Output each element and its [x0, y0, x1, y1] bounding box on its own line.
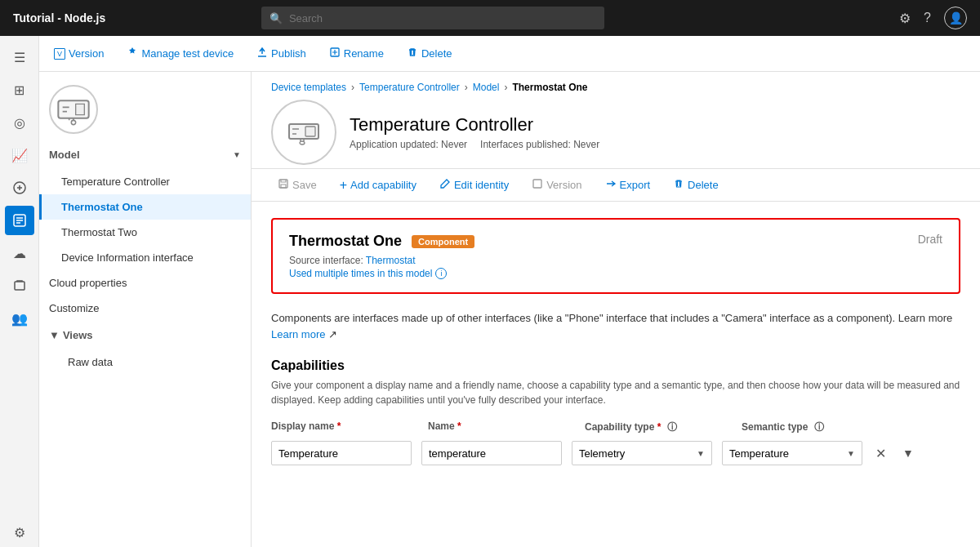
save-icon — [278, 178, 289, 192]
capability-row: Telemetry ▼ Temperature ▼ ✕ ▼ — [271, 441, 960, 465]
sidebar-item-temperature-controller[interactable]: Temperature Controller — [39, 169, 251, 194]
capabilities-section: Capabilities Give your component a displ… — [271, 358, 960, 465]
search-input[interactable] — [289, 12, 596, 24]
topbar-icons: ⚙ ? 👤 — [899, 7, 967, 29]
sidebar: Model ▼ Temperature Controller Thermosta… — [39, 72, 252, 547]
settings-icon[interactable]: ⚙ — [899, 11, 911, 26]
capabilities-title: Capabilities — [271, 358, 960, 373]
semantic-type-value: Temperature — [729, 447, 789, 460]
breadcrumb-controller[interactable]: Temperature Controller — [359, 82, 460, 93]
breadcrumb-sep2: › — [465, 82, 468, 93]
sidebar-item-thermostat-one[interactable]: Thermostat One — [39, 194, 251, 220]
required-name: * — [457, 420, 461, 432]
capability-type-info[interactable]: ⓘ — [667, 421, 677, 433]
rename-icon — [329, 47, 341, 60]
nav-analytics[interactable]: 📈 — [5, 140, 34, 170]
nav-users[interactable]: 👥 — [5, 304, 34, 333]
breadcrumb: Device templates › Temperature Controlle… — [271, 82, 960, 93]
expand-row-button[interactable]: ▼ — [899, 443, 917, 463]
save-button[interactable]: Save — [271, 175, 323, 195]
nav-jobs[interactable] — [5, 271, 34, 300]
component-source: Source interface: Thermostat — [289, 255, 942, 266]
description-text: Components are interfaces made up of oth… — [271, 310, 960, 342]
model-header[interactable]: Model ▼ — [39, 140, 251, 169]
model-chevron: ▼ — [233, 150, 241, 159]
views-header[interactable]: ▼ Views — [39, 321, 251, 349]
search-icon: 🔍 — [270, 12, 283, 24]
manage-icon — [127, 47, 138, 60]
header-text: Temperature Controller Application updat… — [350, 114, 599, 150]
nav-settings[interactable]: ⚙ — [5, 518, 34, 547]
nav-menu[interactable]: ☰ — [5, 42, 34, 72]
col-display-name: Display name * — [271, 420, 418, 434]
version-action-icon — [532, 178, 543, 192]
rename-button[interactable]: Rename — [324, 43, 389, 64]
capability-table-header: Display name * Name * Capability type * … — [271, 420, 960, 434]
draft-label: Draft — [918, 233, 942, 246]
toolbar: V Version Manage test device Publish Re — [39, 36, 980, 72]
search-bar[interactable]: 🔍 — [261, 7, 604, 29]
svg-point-8 — [300, 141, 305, 145]
semantic-type-select[interactable]: Temperature ▼ — [722, 441, 862, 465]
delete-row-button[interactable]: ✕ — [872, 442, 889, 465]
header-area: Device templates › Temperature Controlle… — [252, 72, 980, 169]
capability-type-select[interactable]: Telemetry ▼ — [572, 441, 712, 465]
help-icon[interactable]: ? — [924, 11, 931, 25]
semantic-type-info[interactable]: ⓘ — [814, 421, 824, 433]
source-link[interactable]: Thermostat — [366, 255, 416, 266]
sidebar-item-thermostat-two[interactable]: Thermostat Two — [39, 220, 251, 245]
component-badge: Component — [412, 235, 474, 248]
edit-identity-icon — [439, 178, 451, 192]
delete-action-icon — [673, 178, 684, 192]
main-content: Device templates › Temperature Controlle… — [252, 72, 980, 547]
nav-rules[interactable] — [5, 173, 34, 202]
sidebar-cloud-properties[interactable]: Cloud properties — [39, 270, 251, 296]
user-icon[interactable]: 👤 — [944, 7, 967, 29]
external-link-icon: ↗ — [328, 328, 337, 340]
component-header: Thermostat One Component — [289, 233, 942, 250]
app-updated: Application updated: Never — [350, 139, 467, 150]
breadcrumb-sep1: › — [351, 82, 354, 93]
nav-dashboard[interactable]: ⊞ — [5, 75, 34, 105]
semantic-type-arrow: ▼ — [847, 449, 855, 458]
delete-toolbar-button[interactable]: Delete — [402, 43, 457, 64]
delete-action-button[interactable]: Delete — [666, 175, 725, 195]
manage-test-device-button[interactable]: Manage test device — [122, 43, 238, 64]
publish-button[interactable]: Publish — [252, 43, 311, 64]
nav-templates[interactable] — [5, 206, 34, 235]
breadcrumb-sep3: › — [504, 82, 507, 93]
breadcrumb-model[interactable]: Model — [473, 82, 500, 93]
name-input[interactable] — [421, 441, 562, 465]
component-used: Used multiple times in this model i — [289, 268, 942, 279]
required-display: * — [337, 420, 341, 432]
device-icon — [271, 100, 336, 165]
sidebar-item-raw-data[interactable]: Raw data — [39, 349, 251, 375]
header-row: Temperature Controller Application updat… — [271, 100, 960, 165]
required-type: * — [657, 421, 662, 433]
nav-cloud[interactable]: ☁ — [5, 238, 34, 268]
col-capability-type: Capability type * ⓘ — [585, 420, 732, 434]
topbar: Tutorial - Node.js 🔍 ⚙ ? 👤 — [0, 0, 980, 36]
header-meta: Application updated: Never Interfaces pu… — [350, 139, 599, 150]
export-button[interactable]: Export — [599, 175, 657, 195]
display-name-input[interactable] — [271, 441, 412, 465]
component-title: Thermostat One — [289, 233, 402, 250]
edit-identity-button[interactable]: Edit identity — [433, 175, 515, 195]
views-chevron: ▼ — [49, 329, 60, 341]
version-action-button[interactable]: Version — [525, 175, 588, 195]
info-icon: i — [435, 268, 447, 279]
breadcrumb-templates[interactable]: Device templates — [271, 82, 346, 93]
version-button[interactable]: V Version — [49, 44, 109, 63]
sidebar-customize[interactable]: Customize — [39, 296, 251, 321]
learn-more-link[interactable]: Learn more — [271, 328, 325, 340]
col-semantic-type: Semantic type ⓘ — [742, 420, 889, 434]
sidebar-item-device-information[interactable]: Device Information interface — [39, 245, 251, 270]
svg-point-5 — [71, 120, 75, 124]
add-capability-button[interactable]: + Add capability — [333, 175, 423, 196]
nav-devices[interactable]: ◎ — [5, 108, 34, 137]
col-name: Name * — [428, 420, 575, 434]
version-icon: V — [54, 48, 65, 60]
nav-rail: ☰ ⊞ ◎ 📈 ☁ 👥 ⚙ — [0, 36, 39, 547]
breadcrumb-current: Thermostat One — [512, 82, 587, 93]
capability-type-arrow: ▼ — [697, 449, 705, 458]
